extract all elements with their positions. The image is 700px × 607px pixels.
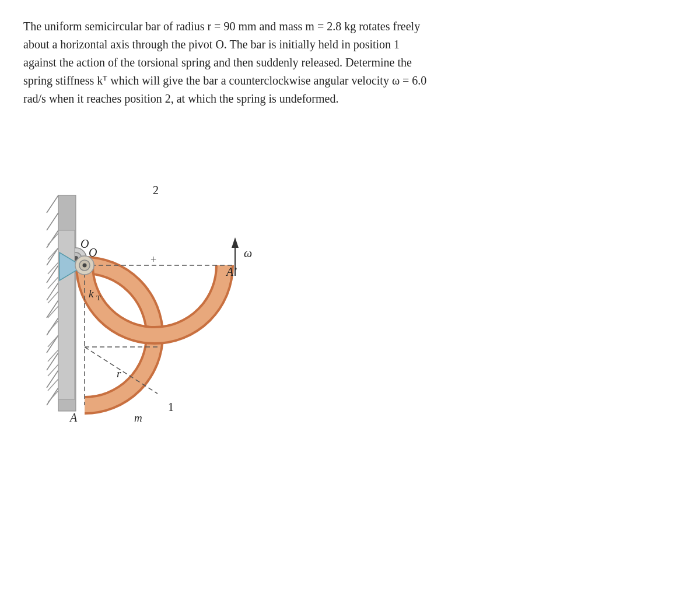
problem-text-line2: about a horizontal axis through the pivo…: [23, 38, 400, 51]
plus-sign: +: [150, 254, 156, 265]
diagram: O: [41, 125, 391, 545]
svg-line-1: [47, 213, 58, 230]
page: The uniform semicircular bar of radius r…: [0, 0, 700, 607]
svg-line-8: [47, 335, 58, 353]
svg-line-17: [48, 292, 58, 303]
svg-line-13: [48, 233, 58, 245]
svg-line-19: [48, 321, 58, 332]
label-A: A: [69, 411, 78, 424]
svg-line-24: [48, 391, 58, 402]
diagram-svg: O: [41, 125, 391, 545]
label-kT-sub: T: [96, 293, 101, 302]
svg-line-14: [48, 248, 58, 259]
svg-line-0: [47, 195, 58, 213]
label-omega: ω: [244, 247, 252, 259]
problem-text-line1: The uniform semicircular bar of radius r…: [23, 20, 420, 33]
problem-text-line4: spring stiffness kᵀ which will give the …: [23, 74, 426, 87]
problem-text-line3: against the action of the torsional spri…: [23, 56, 412, 69]
label-m: m: [134, 412, 142, 424]
omega-arrow-head: [232, 237, 239, 248]
svg-text:O: O: [89, 246, 97, 259]
svg-point-28: [83, 264, 87, 268]
label-r: r: [117, 367, 121, 380]
problem-text-line5: rad/s when it reaches position 2, at whi…: [23, 92, 338, 105]
label-kT: k: [89, 287, 94, 300]
problem-statement: The uniform semicircular bar of radius r…: [23, 17, 548, 108]
label-1: 1: [168, 401, 174, 413]
label-O: O: [80, 237, 89, 250]
svg-line-23: [48, 379, 58, 391]
label-2: 2: [153, 184, 159, 197]
svg-line-20: [48, 335, 58, 347]
svg-line-3: [47, 248, 58, 265]
